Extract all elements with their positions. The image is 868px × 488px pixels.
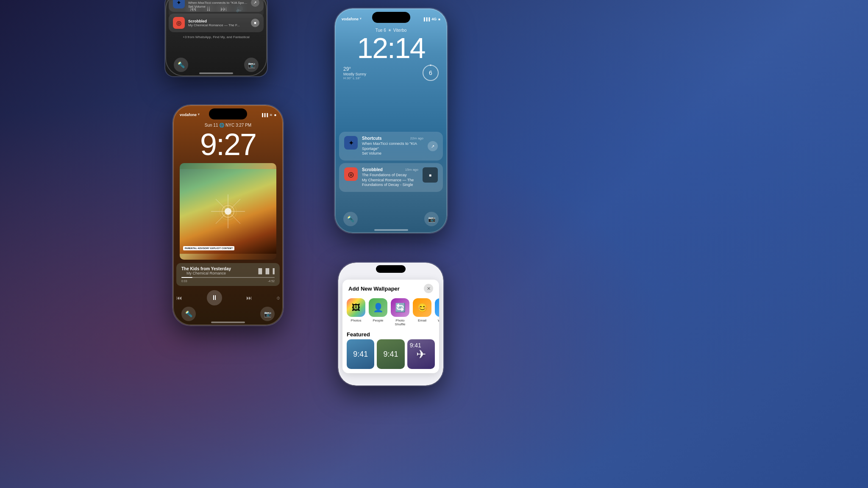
track-artist: My Chemical Romance [181, 271, 231, 275]
scrobbled-notif-body: My Chemical Romance — The F... [188, 23, 248, 27]
flashlight-main[interactable]: 🔦 [181, 307, 196, 321]
album-art-graphic [211, 194, 245, 228]
progress-fill [181, 277, 192, 278]
track-title: The Kids from Yesterday [181, 266, 231, 271]
bottom-controls-main: 🔦 📷 [173, 307, 283, 321]
total-time: -4:52 [268, 280, 275, 283]
home-indicator-right [374, 229, 408, 231]
scrobbled-notif-title: Scrobbled [188, 19, 248, 23]
forward-main[interactable]: ⏭ [246, 294, 252, 301]
shortcuts-content-right: Shortcuts 22m ago When MaxTicci connects… [362, 136, 423, 156]
shortcuts-action[interactable]: ↗ [251, 0, 259, 7]
notification-scrobbled: ◎ Scrobbled My Chemical Romance — The F.… [169, 14, 264, 32]
weather-hilo: H:30° L:18° [343, 76, 366, 80]
shortcuts-time-right: 22m ago [410, 136, 423, 140]
camera-button[interactable]: 📷 [244, 58, 259, 72]
home-indicator [199, 72, 233, 74]
wallpaper-modal: Add New Wallpaper ✕ 🖼 Photos 👤 People 🔄 … [342, 280, 439, 373]
wallpaper-header: Add New Wallpaper ✕ [342, 280, 439, 296]
lock-time-main: 9:27 [173, 129, 283, 160]
carrier-right: vodafone ᵞ [342, 17, 361, 21]
scrobbled-body-line1: The Foundations of Decay [362, 173, 418, 178]
camera-main[interactable]: 📷 [260, 307, 275, 321]
album-art: PARENTAL ADVISORY EXPLICIT CONTENT [180, 163, 276, 260]
weather-ring: 6 [423, 65, 439, 81]
bottom-controls-right: 🔦 📷 [335, 212, 447, 226]
emoji-option-label: Email [418, 319, 426, 322]
weather-condition: Mostly Sunny [343, 72, 366, 76]
lock-time-right: 12:14 [335, 33, 447, 62]
wallpaper-option-emoji[interactable]: 😊 Email [413, 298, 431, 326]
status-icons-left: ▐▐▐ ≋ ■ [261, 113, 276, 117]
phone-main-left: vodafone ᵞ ▐▐▐ ≋ ■ Sun 11 🌐 NYC 3:27 PM … [173, 105, 283, 325]
playback-controls: ⏮ ⏸ ⏭ ⌽ [173, 288, 283, 307]
weather-widget: 29° Mostly Sunny H:30° L:18° 6 [335, 65, 447, 81]
phone-top-center: ⏮ ⏸ ⏭ 🔊 ✦ Shortcuts 19m ago When MaxTicc… [165, 0, 267, 76]
emoji-option-icon: 😊 [413, 298, 431, 317]
weather-option-icon: 🌤 [435, 298, 439, 317]
now-playing-bar: The Kids from Yesterday My Chemical Roma… [176, 263, 280, 286]
featured-title: Featured [342, 329, 439, 339]
scrobbled-content-right: Scrobbled 15m ago The Foundations of Dec… [362, 167, 418, 188]
shortcuts-notif-content: Shortcuts 19m ago When MaxTicci connects… [188, 0, 248, 8]
album-art-image: PARENTAL ADVISORY EXPLICIT CONTENT [180, 169, 276, 254]
phone-bottom-right: Add New Wallpaper ✕ 🖼 Photos 👤 People 🔄 … [338, 263, 443, 385]
preview-plane-icon: ✈ [416, 347, 426, 361]
wallpaper-options: 🖼 Photos 👤 People 🔄 Photo Shuffle 😊 Emai… [342, 296, 439, 329]
pause-main[interactable]: ⏸ [207, 290, 222, 305]
weather-info: 29° Mostly Sunny H:30° L:18° [343, 66, 366, 80]
status-icons-right: ▐▐▐ 4G ■ [423, 17, 440, 21]
rewind-main[interactable]: ⏮ [176, 294, 182, 301]
dynamic-island-right [372, 12, 410, 23]
scrobbled-icon-right: ◎ [344, 167, 358, 181]
shortcuts-icon-right: ✦ [344, 136, 358, 150]
wallpaper-preview-2[interactable]: 9:41 [377, 339, 404, 369]
current-time: 0:33 [181, 280, 187, 283]
wallpaper-option-photos[interactable]: 🖼 Photos [347, 298, 365, 326]
shortcuts-action-right[interactable]: ↗ [428, 141, 438, 151]
shuffle-option-label: Photo Shuffle [391, 319, 409, 326]
shortcuts-notif-body: When MaxTicci connects to "KIA Sportage" [188, 1, 248, 5]
camera-right[interactable]: 📷 [424, 212, 439, 226]
shortcuts-notif-sub: Set Volume [188, 5, 248, 8]
wallpaper-option-weather[interactable]: 🌤 Weather [435, 298, 439, 326]
shortcuts-app-name: Shortcuts [362, 136, 382, 141]
scrobbled-app-name: Scrobbled [362, 167, 383, 172]
dynamic-island-bottom [376, 265, 406, 273]
home-indicator-main [211, 322, 245, 323]
wallpaper-close-button[interactable]: ✕ [424, 284, 433, 293]
wallpaper-preview-3[interactable]: ✈ 9:41 [407, 339, 435, 369]
preview-time-3: 9:41 [410, 342, 421, 349]
scrobbled-action[interactable]: ■ [251, 19, 259, 27]
wallpaper-option-shuffle[interactable]: 🔄 Photo Shuffle [391, 298, 409, 326]
weather-temp: 29° [343, 66, 366, 72]
weather-ring-number: 6 [429, 69, 432, 76]
wallpaper-modal-title: Add New Wallpaper [348, 286, 400, 292]
weather-option-label: Weather [438, 319, 439, 322]
progress-bar[interactable] [181, 277, 275, 278]
shortcuts-header: Shortcuts 22m ago [362, 136, 423, 141]
people-option-label: People [373, 319, 384, 322]
more-notifications: +3 from WhatsApp, Find My, and Fantastic… [165, 34, 267, 40]
wallpaper-preview-1[interactable]: 9:41 [347, 339, 374, 369]
notification-section: ✦ Shortcuts 22m ago When MaxTicci connec… [335, 132, 447, 192]
notif-shortcuts-right: ✦ Shortcuts 22m ago When MaxTicci connec… [339, 132, 443, 161]
shortcuts-sub-right: Set Volume [362, 151, 423, 156]
preview-time-2: 9:41 [383, 350, 398, 359]
scrobbled-body-line2: My Chemical Romance — The Foundations of… [362, 178, 418, 188]
carrier-left: vodafone ᵞ [180, 113, 199, 117]
phone-top-right: vodafone ᵞ ▐▐▐ 4G ■ Tue 6 ☀ Viterbo 12:1… [335, 8, 447, 233]
shuffle-option-icon: 🔄 [391, 298, 409, 317]
wallpaper-previews: 9:41 9:41 ✈ 9:41 [342, 339, 439, 373]
waveform-icon: ▐▌▐▌▐ [256, 268, 275, 274]
people-option-icon: 👤 [369, 298, 387, 317]
wallpaper-option-people[interactable]: 👤 People [369, 298, 387, 326]
flashlight-right[interactable]: 🔦 [343, 212, 358, 226]
photos-option-label: Photos [351, 319, 362, 322]
parental-advisory-label: PARENTAL ADVISORY EXPLICIT CONTENT [183, 246, 234, 250]
scrobbled-time-right: 15m ago [405, 168, 418, 172]
airplay-button[interactable]: ⌽ [277, 295, 280, 301]
notif-scrobbled-right: ◎ Scrobbled 15m ago The Foundations of D… [339, 163, 443, 192]
flashlight-button[interactable]: 🔦 [174, 58, 188, 72]
lock-location: Sun 11 🌐 NYC 3:27 PM [173, 123, 283, 128]
